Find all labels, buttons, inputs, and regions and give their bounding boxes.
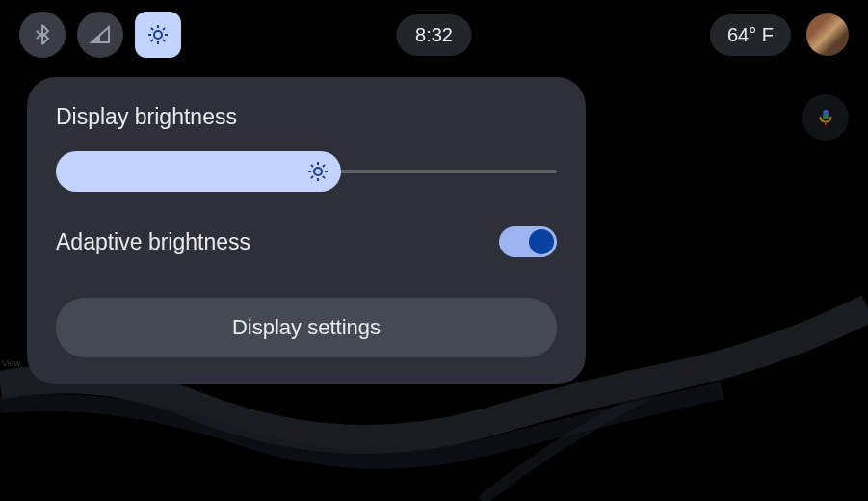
svg-line-7 [151, 40, 153, 41]
svg-line-6 [163, 40, 165, 41]
temperature: 64° F [710, 14, 791, 56]
svg-point-9 [314, 168, 322, 175]
bluetooth-button[interactable] [19, 12, 66, 58]
status-right-group: 64° F [710, 13, 849, 56]
svg-line-14 [311, 165, 313, 167]
svg-point-0 [154, 31, 162, 39]
avatar[interactable] [806, 13, 849, 56]
adaptive-brightness-label: Adaptive brightness [56, 229, 250, 255]
svg-line-8 [163, 28, 165, 30]
svg-line-5 [151, 28, 153, 30]
brightness-button[interactable] [135, 12, 181, 58]
svg-line-17 [323, 165, 325, 167]
map-label: View [2, 358, 20, 368]
sun-icon [306, 160, 329, 183]
svg-line-15 [323, 176, 325, 178]
brightness-slider[interactable] [56, 151, 557, 192]
brightness-panel: Display brightness Adaptive brightness D… [27, 77, 586, 384]
signal-icon [89, 23, 112, 46]
voice-assistant-button[interactable] [802, 94, 849, 141]
brightness-icon [146, 23, 170, 46]
status-bar: 8:32 64° F [0, 0, 868, 69]
slider-fill [56, 151, 341, 192]
microphone-icon [815, 107, 836, 128]
svg-line-16 [311, 176, 313, 178]
panel-title: Display brightness [56, 104, 557, 130]
bluetooth-icon [31, 23, 54, 46]
signal-button[interactable] [77, 12, 123, 58]
display-settings-button[interactable]: Display settings [56, 298, 557, 357]
clock: 8:32 [396, 14, 472, 56]
toggle-thumb [529, 229, 554, 254]
svg-rect-19 [823, 115, 829, 119]
adaptive-brightness-row: Adaptive brightness [56, 226, 557, 257]
status-left-group [19, 12, 181, 58]
adaptive-brightness-toggle[interactable] [499, 226, 557, 257]
